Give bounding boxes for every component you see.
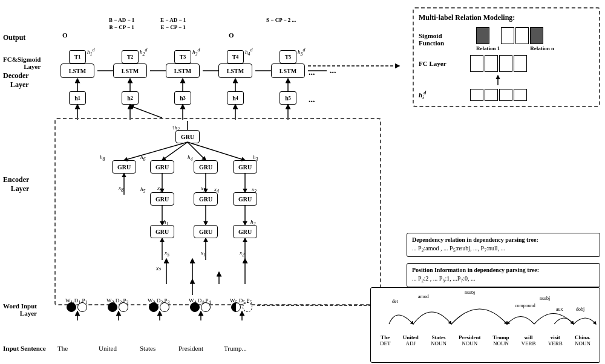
lstm4-box: LSTM — [218, 63, 252, 78]
output-scp: S − CP − 2 ... — [266, 17, 296, 24]
h1-enc-label: h1 — [163, 219, 169, 227]
x5-enc-label: x5 — [165, 250, 169, 258]
hd4-label: h4d — [245, 47, 253, 57]
gru-bottom1: GRU — [150, 225, 174, 238]
hd-bar3 — [499, 89, 512, 101]
x1-enc-label: x1 — [201, 250, 206, 258]
encoder-label: EncoderLayer — [3, 175, 29, 193]
hd-bar1 — [470, 89, 483, 101]
dep-tree-box: det amod nsubj compound nsubj aux dobj T… — [370, 287, 600, 363]
sigmoid-label: SigmoidFunction — [419, 32, 470, 47]
gru-h3-top-box: GRU — [233, 160, 257, 174]
svg-text:dobj: dobj — [576, 307, 584, 312]
gru-h6-box: GRU — [150, 160, 174, 174]
sig-bar-dark1 — [476, 27, 489, 44]
lstm2-box: LSTM — [113, 63, 147, 78]
svg-text:aux: aux — [556, 307, 563, 312]
gru-h8-box: GRU — [112, 160, 136, 174]
output-ead: E − AD − 1E − CP − 1 — [160, 17, 186, 31]
h1-dec-box: h1 — [69, 91, 86, 105]
h8-label: h8 — [100, 154, 105, 162]
sent-trump: Trump... — [224, 345, 247, 352]
pos-title: Position Information in dependency parsi… — [412, 267, 595, 273]
gru-bottom3: GRU — [233, 225, 257, 238]
relation-n-label: Relation n — [530, 45, 554, 51]
lstm1-box: LSTM — [60, 63, 94, 78]
pos-content: ... P2:2 , ... P5:1, ...P7:0, ... — [412, 275, 595, 284]
sent-united: United — [99, 345, 117, 352]
gru-x3-box: GRU — [233, 192, 257, 206]
hd-label: hid — [419, 90, 470, 100]
position-info-box: Position Information in dependency parsi… — [407, 263, 600, 287]
lstm-dots: ... — [309, 68, 315, 77]
hd-row: hid — [419, 89, 594, 101]
svg-line-52 — [130, 106, 162, 118]
dep-word-trump: TrumpNOUN — [493, 334, 509, 346]
h2-dec-box: h2 — [122, 91, 139, 105]
sent-states: States — [140, 345, 155, 352]
sent-the: The — [57, 345, 68, 352]
t4-box: T4 — [227, 50, 244, 63]
x3-enc-label: x3 — [252, 186, 257, 194]
right-panel: Multi-label Relation Modeling: SigmoidFu… — [413, 7, 600, 107]
output-o1: O — [62, 31, 68, 39]
gru-h4-top-box: GRU — [194, 160, 218, 174]
decoder-label: DecoderLayer — [3, 71, 29, 89]
x6-label: x6 — [157, 185, 162, 193]
fc-arrow — [470, 74, 594, 86]
h4-enc-label: h4 — [188, 154, 193, 162]
hd5-label: h5d — [298, 47, 306, 57]
main-diagram: ... — [0, 0, 605, 364]
x4-enc-label: x4 — [214, 186, 219, 194]
fc-label: FC Layer — [419, 60, 470, 67]
h5-enc-label: h5 — [140, 186, 146, 194]
output-label: Output — [3, 33, 25, 42]
dep-title: Dependency relation in dependency parsin… — [412, 236, 595, 243]
dep-word-states: StatesNOUN — [431, 334, 446, 346]
sent-president: President — [178, 345, 203, 352]
sig-bar-dark2 — [530, 27, 543, 44]
dep-word-the: TheDET — [380, 334, 391, 346]
sig-bar-light1 — [501, 27, 514, 44]
hd-bar2 — [485, 89, 498, 101]
h3-enc-label: h3 — [253, 154, 258, 162]
svg-text:nsubj: nsubj — [465, 291, 475, 295]
word-input-label: Word InputLayer — [3, 302, 37, 317]
h2-enc-label: h2 — [250, 219, 256, 227]
x2-enc-label: x2 — [240, 250, 244, 258]
x8-label: x8 — [119, 185, 123, 193]
dep-word-visit: visitVERB — [548, 334, 563, 346]
h3-dec-box: h3 — [174, 91, 191, 105]
w4-label: W4,D4,P4 — [189, 297, 211, 305]
dep-word-china: China.NOUN — [575, 334, 590, 346]
lstm3-box: LSTM — [166, 63, 200, 78]
t3-box: T3 — [174, 50, 191, 63]
w3-label: W3,D3,P3 — [148, 297, 170, 305]
svg-text:...: ... — [330, 66, 336, 75]
dep-content: ... P2:amod , ... P5:nsubj, ..., P7:null… — [412, 245, 595, 253]
h4-dec-box: h4 — [227, 91, 244, 105]
t5-box: T5 — [280, 50, 296, 63]
sigmoid-row: SigmoidFunction Relation 1 Relation n — [419, 27, 594, 51]
w5-label: W5,D5,P5 — [230, 297, 252, 305]
gru-x4-box: GRU — [194, 192, 218, 206]
input-sentence-label: Input Sentence — [3, 345, 46, 352]
sig-bar-light2 — [515, 27, 529, 44]
hd-bar4 — [514, 89, 527, 101]
fc-sigmoid-label: FC&SigmoidLayer — [3, 56, 41, 70]
dep-word-will: willVERB — [522, 334, 536, 346]
relation1-label: Relation 1 — [476, 45, 500, 51]
h7-label: ↑h7 — [172, 125, 180, 132]
svg-text:compound: compound — [515, 303, 535, 308]
w2-label: W2,D2,P2 — [106, 297, 129, 305]
sigmoid-bars: Relation 1 Relation n — [476, 27, 554, 51]
dep-tree-svg: det amod nsubj compound nsubj aux dobj — [374, 291, 599, 333]
fc-bar2 — [485, 55, 498, 72]
output-o2: O — [229, 31, 234, 39]
fc-bar3 — [499, 55, 512, 72]
svg-text:amod: amod — [418, 294, 429, 299]
fc-row: FC Layer — [419, 55, 594, 72]
t2-box: T2 — [122, 50, 139, 63]
h-dots: ... — [309, 95, 315, 105]
hd-bars — [470, 89, 527, 101]
